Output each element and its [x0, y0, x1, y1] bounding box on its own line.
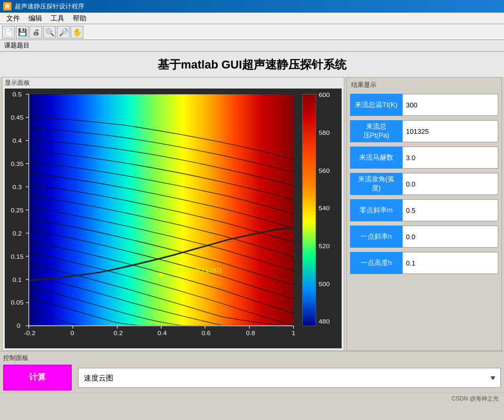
- svg-text:580: 580: [319, 129, 330, 136]
- pan-button[interactable]: ✋: [71, 26, 83, 38]
- svg-text:0: 0: [70, 330, 74, 337]
- param-row-2: 来流马赫数: [350, 146, 498, 169]
- results-panel-label: 结果显示: [350, 80, 498, 92]
- svg-text:600: 600: [319, 91, 330, 99]
- svg-text:0.25: 0.25: [11, 207, 24, 214]
- param-input-1[interactable]: [402, 120, 498, 142]
- body-area: 显示面板: [0, 77, 504, 351]
- menu-item-help[interactable]: 帮助: [69, 13, 91, 24]
- svg-text:0.35: 0.35: [11, 160, 24, 168]
- svg-text:-0.2: -0.2: [24, 330, 36, 337]
- param-row-5: 一点斜率n: [350, 226, 498, 248]
- param-input-0[interactable]: [402, 94, 498, 116]
- menu-item-tools[interactable]: 工具: [46, 13, 69, 24]
- footer: CSDN @海神之光: [0, 393, 504, 404]
- app-icon: 超: [3, 2, 12, 11]
- svg-text:0.5: 0.5: [13, 91, 22, 98]
- menu-bar: 文件 编辑 工具 帮助: [0, 13, 504, 24]
- param-btn-0[interactable]: 来流总温Tt(K): [350, 94, 402, 116]
- svg-text:0.2: 0.2: [13, 230, 22, 237]
- param-row-1: 来流总 压Pt(Pa): [350, 120, 498, 142]
- svg-text:480: 480: [319, 318, 330, 325]
- control-panel-label: 控制面板: [3, 354, 501, 363]
- new-button[interactable]: 📄: [2, 26, 15, 38]
- svg-text:0.3: 0.3: [13, 183, 22, 191]
- svg-point-3: [159, 273, 163, 276]
- svg-text:520: 520: [319, 243, 330, 250]
- svg-text:0.6: 0.6: [201, 330, 211, 337]
- results-panel: 结果显示 来流总温Tt(K) 来流总 压Pt(Pa) 来流马赫数 来流攻角(弧 …: [346, 77, 502, 351]
- param-btn-2[interactable]: 来流马赫数: [350, 146, 402, 169]
- control-row: 计算 速度云图 压力云图 温度云图 马赫数云图 ▼: [3, 365, 501, 390]
- menu-item-file[interactable]: 文件: [2, 13, 24, 24]
- chart-container: (0.52463, 0.11297) 600 580 560 540 520 5…: [5, 89, 342, 348]
- svg-text:0.1: 0.1: [13, 276, 22, 284]
- svg-rect-5: [303, 94, 316, 326]
- param-row-0: 来流总温Tt(K): [350, 94, 498, 116]
- param-row-6: 一点高度h: [350, 252, 498, 274]
- param-btn-6[interactable]: 一点高度h: [350, 252, 402, 274]
- svg-text:500: 500: [319, 280, 330, 288]
- zoom-out-button[interactable]: 🔎: [57, 26, 70, 38]
- param-input-4[interactable]: [402, 199, 498, 221]
- svg-text:560: 560: [319, 167, 330, 174]
- param-btn-1[interactable]: 来流总 压Pt(Pa): [350, 120, 402, 142]
- svg-text:1: 1: [292, 330, 295, 337]
- app-title: 基于matlab GUI超声速静压探针系统: [0, 52, 504, 77]
- svg-text:540: 540: [319, 205, 330, 212]
- svg-text:0.15: 0.15: [11, 253, 24, 260]
- svg-text:0.2: 0.2: [114, 330, 123, 337]
- svg-text:0.05: 0.05: [11, 299, 24, 307]
- window-title: 超声速静压探针设计程序: [15, 2, 84, 11]
- view-select[interactable]: 速度云图 压力云图 温度云图 马赫数云图: [78, 368, 501, 388]
- param-row-4: 零点斜率m: [350, 199, 498, 221]
- svg-text:(0.52463, 0.11297): (0.52463, 0.11297): [166, 267, 222, 275]
- display-panel-label: 显示面板: [3, 77, 344, 89]
- svg-text:0.45: 0.45: [11, 114, 24, 121]
- param-input-5[interactable]: [402, 226, 498, 248]
- param-btn-4[interactable]: 零点斜率m: [350, 199, 402, 221]
- svg-text:0.8: 0.8: [246, 330, 256, 337]
- param-btn-3[interactable]: 来流攻角(弧 度): [350, 173, 402, 195]
- title-bar: 超 超声速静压探针设计程序: [0, 0, 504, 13]
- param-input-3[interactable]: [402, 173, 498, 195]
- svg-text:0: 0: [17, 323, 21, 330]
- calc-button[interactable]: 计算: [3, 365, 72, 390]
- param-btn-5[interactable]: 一点斜率n: [350, 226, 402, 248]
- svg-text:0.4: 0.4: [13, 137, 22, 144]
- control-section: 控制面板 计算 速度云图 压力云图 温度云图 马赫数云图 ▼: [0, 351, 504, 393]
- toolbar: 📄 💾 🖨 🔍 🔎 ✋: [0, 24, 504, 40]
- param-row-3: 来流攻角(弧 度): [350, 173, 498, 195]
- menu-item-edit[interactable]: 编辑: [24, 13, 46, 24]
- course-label: 课题题目: [0, 40, 504, 52]
- footer-text: CSDN @海神之光: [452, 395, 499, 402]
- save-button[interactable]: 💾: [16, 26, 28, 38]
- param-input-2[interactable]: [402, 146, 498, 169]
- param-input-6[interactable]: [402, 252, 498, 274]
- print-button[interactable]: 🖨: [30, 26, 42, 38]
- view-select-wrapper: 速度云图 压力云图 温度云图 马赫数云图 ▼: [78, 368, 501, 388]
- chart-svg: (0.52463, 0.11297) 600 580 560 540 520 5…: [5, 89, 342, 348]
- svg-text:0.4: 0.4: [158, 330, 167, 337]
- zoom-in-button[interactable]: 🔍: [43, 26, 56, 38]
- svg-rect-2: [29, 94, 294, 326]
- display-panel: 显示面板: [2, 77, 344, 351]
